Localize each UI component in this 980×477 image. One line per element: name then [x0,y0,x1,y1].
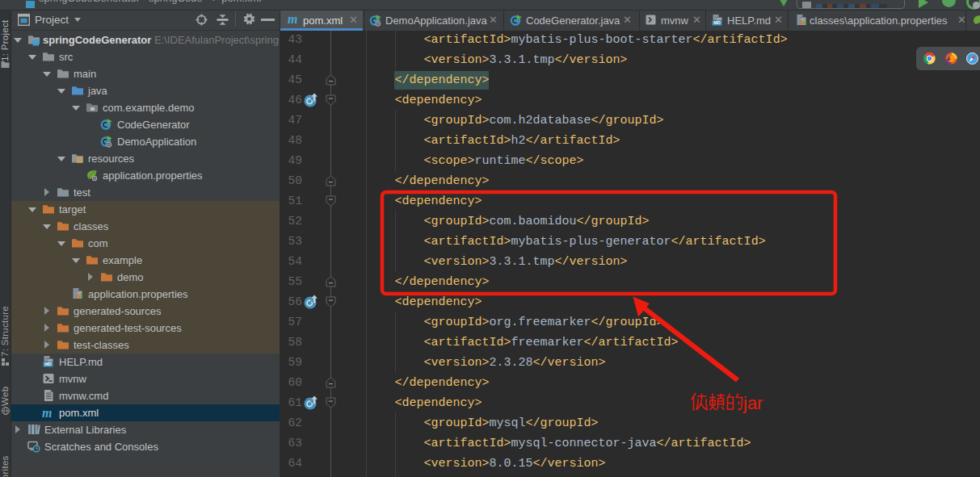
svg-text:jar: jar [742,393,763,413]
